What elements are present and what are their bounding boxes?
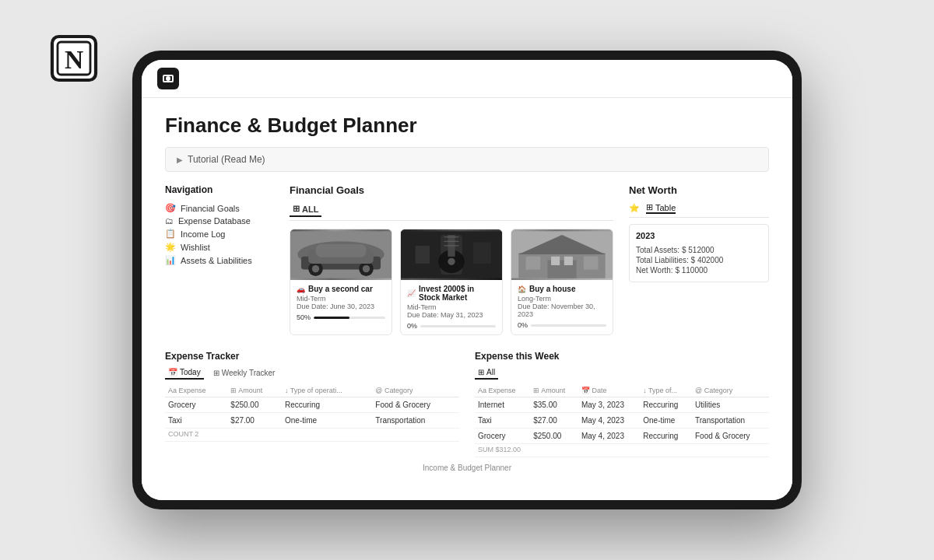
car-goal-due: Due Date: June 30, 2023	[297, 303, 385, 310]
filter-all-button[interactable]: ⊞ ALL	[290, 202, 321, 217]
week-all-label: All	[486, 368, 495, 376]
svg-rect-21	[473, 242, 491, 264]
expense-name-grocery: Grocery	[165, 397, 227, 413]
wcol-date: 📅 Date	[578, 384, 640, 397]
week-category-taxi: Transportation	[692, 413, 769, 429]
goal-card-car[interactable]: 🚗 Buy a second car Mid-Term Due Date: Ju…	[290, 229, 392, 335]
stocks-icon: 📈	[407, 289, 416, 297]
car-goal-progress: 50%	[297, 313, 385, 321]
expense-category-grocery: Food & Grocery	[372, 397, 459, 413]
week-date-internet: May 3, 2023	[578, 397, 640, 413]
expense-amount-taxi: $27.00	[227, 413, 282, 429]
svg-rect-26	[551, 257, 560, 265]
weekly-label: Weekly Tracker	[222, 369, 276, 377]
net-worth-tabs: ⭐ ⊞ Table	[629, 202, 769, 218]
week-sum-row: SUM $312.00	[475, 444, 769, 457]
week-amount-grocery: $250.00	[530, 429, 578, 444]
net-worth-assets: Total Assets: $ 512000	[636, 245, 762, 255]
page-title: Finance & Budget Planner	[165, 114, 769, 138]
house-goal-term: Long-Term	[518, 295, 606, 303]
car-progress-bar	[314, 317, 385, 319]
expense-row-taxi: Taxi $27.00 One-time Transportation	[165, 413, 459, 429]
wcol-expense: Aa Expense	[475, 384, 530, 397]
nav-item-financial-goals[interactable]: 🎯 Financial Goals	[165, 201, 274, 215]
expense-tracker-weekly-tab[interactable]: ⊞ Weekly Tracker	[210, 366, 279, 380]
car-progress-label: 50%	[297, 313, 311, 321]
expense-name-taxi: Taxi	[165, 413, 227, 429]
today-label: Today	[180, 368, 201, 376]
expense-tracker-section: Expense Tracker 📅 Today ⊞ Weekly Tracker	[165, 351, 459, 457]
expense-category-taxi: Transportation	[372, 413, 459, 429]
col-amount: ⊞ Amount	[227, 384, 282, 397]
svg-text:N: N	[65, 45, 83, 74]
net-worth-section: Net Worth ⭐ ⊞ Table 2023 Total Assets: $…	[629, 184, 769, 335]
expense-week-table: Aa Expense ⊞ Amount 📅 Date ↓ Type of... …	[475, 384, 769, 457]
financial-goals-heading: Financial Goals	[290, 184, 613, 196]
financial-goals-section: Financial Goals ⊞ ALL	[290, 184, 613, 335]
tutorial-arrow: ▶	[177, 156, 183, 164]
tutorial-bar[interactable]: ▶ Tutorial (Read Me)	[165, 147, 769, 172]
week-all-icon: ⊞	[478, 368, 484, 376]
bottom-two-col: Expense Tracker 📅 Today ⊞ Weekly Tracker	[165, 351, 769, 457]
filter-grid-icon: ⊞	[293, 204, 300, 214]
nav-label-assets: Assets & Liabilities	[181, 256, 252, 265]
guitar-image	[401, 229, 502, 280]
expense-week-header-row: Aa Expense ⊞ Amount 📅 Date ↓ Type of... …	[475, 384, 769, 397]
net-worth-liabilities: Total Liabilities: $ 402000	[636, 255, 762, 265]
expense-type-taxi: One-time	[282, 413, 372, 429]
nav-label-wishlist: Wishlist	[181, 243, 210, 252]
week-expense-taxi: Taxi	[475, 413, 530, 429]
week-type-grocery: Reccuring	[640, 429, 692, 444]
page-icon	[157, 68, 179, 89]
expense-week-all-tab[interactable]: ⊞ All	[475, 366, 498, 380]
house-progress-label: 0%	[518, 321, 528, 329]
car-goal-term: Mid-Term	[297, 295, 385, 303]
expense-week-heading: Expense this Week	[475, 351, 769, 362]
stocks-progress-bar	[420, 325, 496, 327]
goals-cards: 🚗 Buy a second car Mid-Term Due Date: Ju…	[290, 229, 613, 335]
nav-item-assets[interactable]: 📊 Assets & Liabilities	[165, 254, 274, 267]
svg-rect-20	[416, 246, 430, 264]
stocks-goal-progress: 0%	[407, 322, 496, 330]
car-icon: 🚗	[297, 285, 305, 293]
week-row-grocery: Grocery $250.00 May 4, 2023 Reccuring Fo…	[475, 429, 769, 444]
week-type-taxi: One-time	[640, 413, 692, 429]
net-worth-table-tab[interactable]: ⊞ Table	[646, 202, 676, 214]
expense-count-row: COUNT 2	[165, 429, 459, 442]
expense-tracker-today-tab[interactable]: 📅 Today	[165, 366, 204, 380]
net-worth-total: Net Worth: $ 110000	[636, 265, 762, 275]
expense-tracker-header-row: Aa Expense ⊞ Amount ↓ Type of operati...…	[165, 384, 459, 397]
net-worth-table-label: Table	[655, 203, 676, 212]
week-expense-internet: Internet	[475, 397, 530, 413]
house-progress-bar	[531, 324, 606, 327]
weekly-icon: ⊞	[213, 369, 219, 377]
three-col-layout: Navigation 🎯 Financial Goals 🗂 Expense D…	[165, 184, 769, 335]
goal-card-house-body: 🏠 Buy a house Long-Term Due Date: Novemb…	[511, 280, 613, 334]
main-content: Finance & Budget Planner ▶ Tutorial (Rea…	[142, 98, 792, 500]
goal-card-stocks-body: 📈 Invest 2000$ in Stock Market Mid-Term …	[401, 280, 502, 334]
stocks-goal-term: Mid-Term	[407, 303, 496, 311]
net-worth-table: 2023 Total Assets: $ 512000 Total Liabil…	[629, 224, 769, 282]
expense-tracker-heading: Expense Tracker	[165, 351, 459, 362]
navigation-section: Navigation 🎯 Financial Goals 🗂 Expense D…	[165, 184, 274, 335]
col-type: ↓ Type of operati...	[282, 384, 372, 397]
goal-card-stocks[interactable]: 📈 Invest 2000$ in Stock Market Mid-Term …	[400, 229, 503, 335]
goal-card-house[interactable]: 🏠 Buy a house Long-Term Due Date: Novemb…	[511, 229, 613, 335]
goals-filter: ⊞ ALL	[290, 202, 613, 221]
navigation-heading: Navigation	[165, 184, 274, 195]
nav-label-expense-database: Expense Database	[178, 216, 251, 226]
svg-rect-11	[316, 244, 367, 257]
financial-goals-icon: 🎯	[165, 203, 176, 213]
wcol-category: @ Category	[692, 384, 769, 397]
nav-item-expense-database[interactable]: 🗂 Expense Database	[165, 215, 274, 227]
week-row-taxi: Taxi $27.00 May 4, 2023 One-time Transpo…	[475, 413, 769, 429]
week-sum-label: SUM $312.00	[475, 444, 769, 457]
net-worth-heading: Net Worth	[629, 184, 769, 196]
net-worth-star-tab[interactable]: ⭐	[629, 203, 640, 213]
table-icon: ⊞	[646, 202, 653, 212]
nav-item-income-log[interactable]: 📋 Income Log	[165, 227, 274, 240]
nav-label-financial-goals: Financial Goals	[181, 204, 240, 213]
assets-icon: 📊	[165, 255, 176, 265]
house-goal-progress: 0%	[518, 321, 606, 329]
nav-item-wishlist[interactable]: 🌟 Wishlist	[165, 240, 274, 254]
